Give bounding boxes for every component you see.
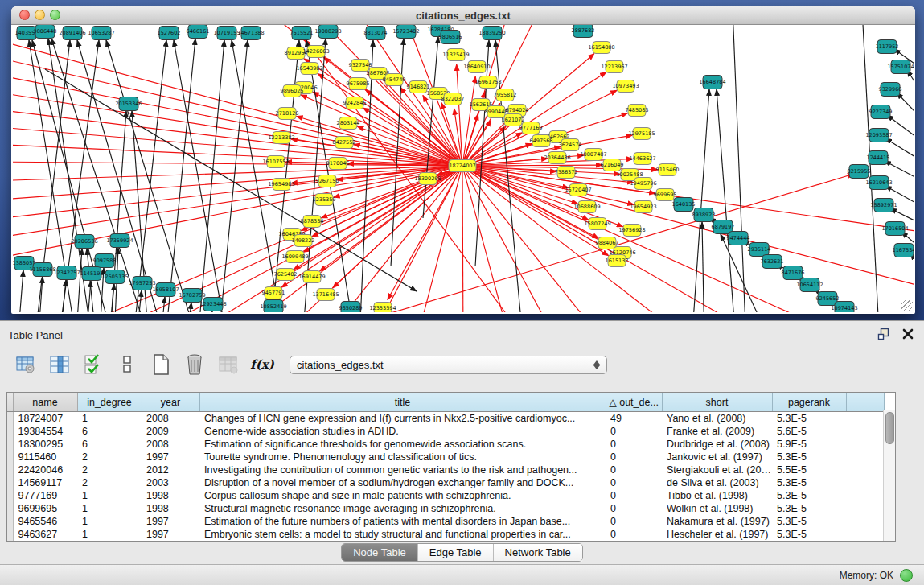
column-header-spacer[interactable] — [846, 393, 884, 412]
column-chooser-icon[interactable] — [48, 353, 71, 376]
graph-node[interactable]: 2935114 — [748, 243, 771, 257]
table-row[interactable]: 911546021997Tourette syndrome. Phenomeno… — [7, 451, 884, 463]
column-header-in_degree[interactable]: in_degree — [77, 393, 142, 412]
table-cell[interactable]: Estimation of the future numbers of pati… — [199, 515, 606, 528]
table-cell[interactable]: 2008 — [142, 412, 199, 426]
graph-node[interactable]: 8471676 — [782, 266, 805, 280]
table-cell[interactable] — [846, 463, 884, 476]
graph-node[interactable]: 1498222 — [292, 235, 315, 247]
table-cell[interactable]: Genome-wide association studies in ADHD. — [199, 425, 606, 438]
select-columns-icon[interactable] — [82, 353, 105, 376]
graph-edge[interactable] — [897, 93, 914, 123]
graph-node[interactable]: 7515521 — [290, 27, 314, 40]
table-cell[interactable]: 2012 — [142, 463, 199, 476]
graph-node[interactable]: 12505135 — [101, 270, 128, 284]
table-cell[interactable]: 0 — [606, 425, 662, 438]
table-cell[interactable]: Disruption of a novel member of a sodium… — [199, 476, 606, 489]
table-cell[interactable]: 1998 — [142, 502, 199, 515]
table-cell[interactable]: 49 — [606, 412, 662, 426]
table-cell[interactable]: 1 — [77, 515, 142, 528]
graph-node[interactable]: 16914479 — [298, 271, 325, 283]
graph-node[interactable]: 9097588 — [93, 254, 117, 268]
graph-node[interactable]: 12213382 — [268, 132, 294, 144]
graph-node[interactable]: 2718126 — [276, 108, 299, 120]
graph-node[interactable]: 9806516 — [439, 31, 462, 44]
table-cell[interactable]: Tourette syndrome. Phenomenology and cla… — [199, 451, 606, 463]
graph-node[interactable]: 17359924 — [106, 234, 133, 248]
graph-edge[interactable] — [77, 249, 82, 312]
graph-edge[interactable] — [199, 40, 224, 312]
graph-node[interactable]: 8322037 — [441, 93, 465, 105]
graph-node[interactable]: 9350289 — [339, 302, 363, 313]
graph-node[interactable]: 10653287 — [88, 27, 114, 40]
table-row[interactable]: 977716911998Corpus callosum shape and si… — [7, 489, 884, 502]
table-cell[interactable]: Wolkin et al. (1998) — [662, 502, 772, 515]
table-cell[interactable]: 18300295 — [13, 438, 77, 451]
row-height-icon[interactable] — [116, 353, 138, 376]
graph-node[interactable]: 16648784 — [699, 76, 725, 89]
table-cell[interactable] — [846, 502, 884, 515]
table-cell[interactable]: 22420046 — [13, 463, 77, 476]
table-cell[interactable]: 9465546 — [13, 515, 77, 528]
graph-node[interactable]: 17016504 — [881, 222, 908, 236]
table-cell[interactable]: Embryonic stem cells: a model to study s… — [199, 528, 606, 541]
network-view-window[interactable]: citations_edges.txt 14035579806448208914… — [11, 6, 915, 314]
network-canvas[interactable]: 1403557980644820891406106532871527602646… — [13, 25, 914, 312]
table-cell[interactable] — [846, 489, 884, 502]
delete-table-icon[interactable] — [183, 353, 206, 376]
graph-node[interactable]: 16782759 — [179, 289, 205, 303]
table-cell[interactable]: 0 — [606, 489, 662, 502]
graph-node[interactable]: 6497568 — [530, 135, 553, 147]
table-cell[interactable]: Yano et al. (2008) — [662, 412, 772, 426]
table-cell[interactable]: 1 — [77, 502, 142, 515]
table-cell[interactable]: 1 — [77, 489, 142, 502]
graph-node[interactable]: 9242845 — [343, 97, 367, 109]
table-cell[interactable]: 2009 — [142, 425, 199, 438]
graph-node[interactable]: 8878334 — [301, 216, 324, 228]
graph-node[interactable]: 9699695 — [654, 189, 677, 201]
table-cell[interactable]: 1997 — [142, 515, 199, 528]
table-cell[interactable]: 2 — [77, 476, 142, 489]
float-panel-icon[interactable] — [877, 328, 890, 340]
table-row[interactable]: 1872400712008Changes of HCN gene express… — [7, 412, 884, 426]
table-cell[interactable]: Dudbridge et al. (2008) — [662, 438, 772, 451]
table-cell[interactable]: 9115460 — [13, 451, 77, 463]
table-cell[interactable] — [846, 476, 884, 489]
graph-node[interactable]: 9115460 — [656, 164, 680, 176]
graph-node[interactable]: 20153346 — [115, 97, 142, 111]
table-cell[interactable]: Franke et al. (2009) — [662, 425, 772, 438]
graph-node[interactable]: 6466161 — [187, 25, 210, 39]
table-cell[interactable]: de Silva et al. (2003) — [662, 476, 772, 489]
table-cell[interactable] — [846, 451, 884, 463]
column-header-△ out_de...[interactable]: △ out_de... — [606, 393, 662, 412]
graph-edge[interactable] — [733, 25, 746, 312]
table-cell[interactable]: Tibbo et al. (1998) — [662, 489, 772, 502]
graph-node[interactable]: 13716485 — [312, 289, 339, 301]
graph-node[interactable]: 16210643 — [865, 176, 892, 190]
graph-node[interactable]: 12923446 — [199, 298, 226, 311]
table-cell[interactable]: 2 — [77, 463, 142, 476]
graph-edge[interactable] — [313, 92, 462, 166]
graph-node[interactable]: 16154808 — [588, 42, 614, 54]
graph-node[interactable]: 10974143 — [831, 302, 857, 313]
graph-node[interactable]: 15751074 — [887, 60, 914, 74]
table-cell[interactable]: 18724007 — [13, 412, 77, 426]
table-cell[interactable]: 1998 — [142, 489, 199, 502]
graph-edge[interactable] — [88, 281, 91, 312]
graph-node[interactable]: 8813074 — [364, 27, 388, 40]
table-settings-icon[interactable] — [14, 353, 37, 376]
table-cell[interactable]: Stergiakouli et al. (2012) — [662, 463, 772, 476]
table-row[interactable]: 2242004622012Investigating the contribut… — [7, 463, 884, 476]
graph-node[interactable]: 11156868 — [29, 263, 55, 277]
table-scrollbar[interactable] — [883, 410, 895, 541]
graph-edge[interactable] — [19, 270, 23, 312]
graph-edge[interactable] — [162, 297, 165, 312]
graph-edge[interactable] — [318, 166, 462, 312]
table-cell[interactable]: 9699695 — [13, 502, 77, 515]
graph-edge[interactable] — [211, 311, 212, 312]
graph-node[interactable]: 14671388 — [237, 27, 264, 40]
table-select-dropdown[interactable]: citations_edges.txt — [290, 356, 607, 374]
table-cell[interactable]: 9777169 — [13, 489, 77, 502]
graph-node[interactable]: 10807487 — [580, 149, 606, 161]
zoom-window-button[interactable] — [50, 10, 60, 20]
